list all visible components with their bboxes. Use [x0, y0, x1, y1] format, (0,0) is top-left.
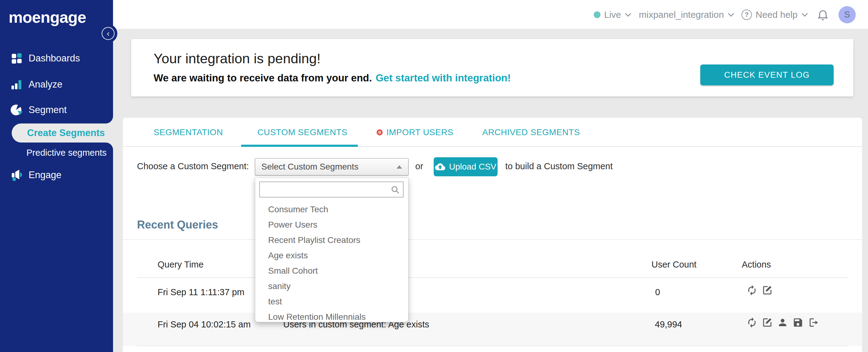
divider: [137, 277, 848, 278]
bell-icon: [816, 8, 829, 21]
need-help-label: Need help: [755, 9, 798, 20]
refresh-icon[interactable]: [746, 317, 757, 328]
banner-subtitle-text: We are waiting to receive data from your…: [154, 72, 372, 84]
environment-switcher[interactable]: Live: [594, 0, 631, 29]
chevron-down-icon: [801, 12, 808, 17]
get-started-link[interactable]: Get started with integration!: [376, 72, 511, 84]
edit-icon[interactable]: [762, 285, 773, 296]
dropdown-option[interactable]: Recent Playlist Creators: [255, 232, 408, 248]
dropdown-option[interactable]: Consumer Tech: [255, 202, 408, 217]
refresh-icon[interactable]: [746, 285, 757, 296]
table-row-user-count: 0: [655, 287, 660, 297]
sidebar-item-engage[interactable]: Engage: [0, 164, 113, 186]
workspace-switcher[interactable]: mixpanel_integration: [639, 0, 734, 29]
divider: [123, 239, 862, 240]
top-bar: Live mixpanel_integration ? Need help S: [113, 0, 868, 29]
sidebar: moengage Dashboards Analyze Segment Crea…: [0, 0, 113, 352]
sidebar-carve-top: [106, 116, 113, 124]
or-text: or: [415, 161, 423, 171]
dropdown-option[interactable]: Power Users: [255, 217, 408, 232]
dropdown-option[interactable]: Low Retention Millennials: [255, 309, 408, 325]
dropdown-option[interactable]: Small Cohort: [255, 263, 408, 279]
segments-panel: SEGMENTATION CUSTOM SEGMENTS IMPORT USER…: [123, 118, 862, 352]
tab-segmentation[interactable]: SEGMENTATION: [154, 118, 223, 147]
tab-import-users[interactable]: IMPORT USERS: [377, 118, 453, 147]
dropdown-option-list: Consumer Tech Power Users Recent Playlis…: [255, 202, 408, 325]
chevron-down-icon: [625, 12, 631, 17]
upload-csv-label: Upload CSV: [449, 162, 496, 172]
chevron-down-icon: [727, 12, 734, 17]
search-icon: [391, 185, 400, 194]
integration-pending-banner: Your integration is pending! We are wait…: [131, 39, 853, 96]
dropdown-option[interactable]: test: [255, 294, 408, 309]
table-row-actions: [746, 317, 819, 328]
banner-title: Your integration is pending!: [154, 51, 321, 67]
column-header-user-count: User Count: [651, 260, 696, 270]
notifications-button[interactable]: [816, 0, 829, 29]
sidebar-item-predictive-segments[interactable]: Predictive segments: [26, 146, 106, 160]
dropdown-search-input[interactable]: [262, 182, 388, 197]
choose-segment-label: Choose a Custom Segment:: [137, 161, 249, 171]
bar-chart-icon: [10, 78, 23, 91]
user-icon[interactable]: [777, 317, 788, 328]
tab-archived-segments[interactable]: ARCHIVED SEGMENTS: [482, 118, 580, 147]
sidebar-item-analyze[interactable]: Analyze: [0, 74, 113, 95]
sidebar-item-segment[interactable]: Segment: [0, 99, 113, 121]
banner-subtitle: We are waiting to receive data from your…: [154, 72, 511, 84]
sidebar-item-label: Segment: [29, 104, 67, 116]
environment-label: Live: [604, 9, 621, 20]
moengage-logo: moengage: [9, 8, 86, 26]
column-header-actions: Actions: [742, 260, 771, 270]
build-segment-text: to build a Custom Segment: [505, 161, 613, 171]
cloud-upload-icon: [435, 162, 445, 171]
tab-label: IMPORT USERS: [386, 127, 453, 137]
avatar: S: [838, 6, 856, 23]
table-row-actions: [746, 285, 773, 296]
need-help-menu[interactable]: ? Need help: [741, 0, 808, 29]
workspace-name: mixpanel_integration: [639, 9, 724, 20]
check-event-log-button[interactable]: CHECK EVENT LOG: [700, 64, 834, 85]
save-icon[interactable]: [793, 317, 804, 328]
dropdown-option[interactable]: sanity: [255, 279, 408, 294]
sidebar-item-label: Analyze: [29, 79, 62, 90]
caret-up-icon: [397, 165, 402, 169]
sign-out-icon[interactable]: [808, 317, 819, 328]
upload-csv-button[interactable]: Upload CSV: [434, 157, 498, 176]
dropdown-search-box: [259, 182, 404, 197]
sidebar-item-create-segments[interactable]: Create Segments: [12, 124, 113, 142]
tab-label: CUSTOM SEGMENTS: [257, 127, 347, 137]
tab-custom-segments[interactable]: CUSTOM SEGMENTS: [257, 118, 347, 147]
tab-label: SEGMENTATION: [154, 127, 223, 137]
tab-label: ARCHIVED SEGMENTS: [482, 127, 580, 137]
custom-segment-dropdown-panel: Consumer Tech Power Users Recent Playlis…: [255, 178, 408, 322]
column-header-query-time: Query Time: [158, 260, 204, 270]
sidebar-item-label: Predictive segments: [26, 148, 106, 158]
sidebar-item-dashboards[interactable]: Dashboards: [0, 47, 113, 69]
custom-segment-select[interactable]: Select Custom Segments: [255, 158, 408, 175]
sidebar-collapse-button[interactable]: ‹: [102, 27, 115, 40]
question-mark-icon: ?: [741, 9, 752, 20]
table-row-query-time: Fri Sep 04 10:02:15 am: [158, 319, 251, 329]
active-tab-underline: [241, 145, 358, 147]
megaphone-icon: [10, 169, 23, 182]
dropdown-option[interactable]: Age exists: [255, 248, 408, 263]
sidebar-item-label: Engage: [29, 169, 61, 181]
user-menu[interactable]: S: [838, 0, 856, 29]
tab-bar: SEGMENTATION CUSTOM SEGMENTS IMPORT USER…: [123, 118, 862, 147]
sidebar-item-label: Create Segments: [27, 127, 105, 138]
table-row-user-count: 49,994: [655, 319, 682, 329]
table-row-query-time: Fri Sep 11 1:11:37 pm: [158, 287, 245, 297]
pie-chart-icon: [10, 103, 23, 117]
live-status-dot: [594, 11, 600, 18]
divider: [137, 346, 848, 346]
import-users-badge-icon: [377, 129, 383, 135]
select-value: Select Custom Segments: [261, 162, 359, 172]
recent-queries-title: Recent Queries: [137, 218, 218, 231]
edit-icon[interactable]: [762, 317, 773, 328]
sidebar-item-label: Dashboards: [29, 53, 80, 64]
sidebar-carve-bottom: [106, 142, 113, 150]
dashboards-grid-icon: [10, 52, 23, 65]
